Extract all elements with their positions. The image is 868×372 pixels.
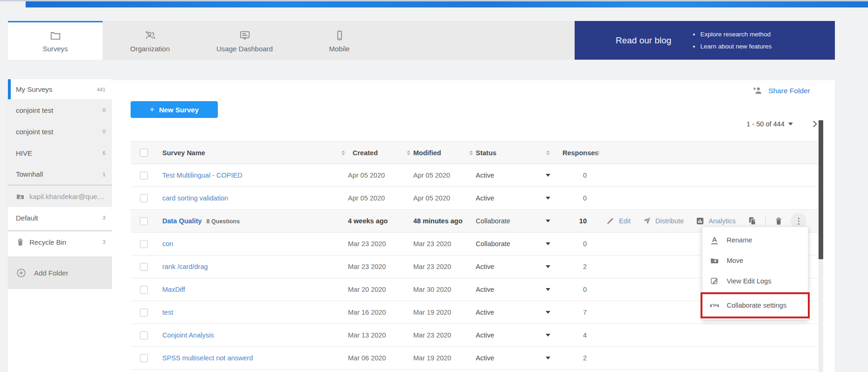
responses-count: 4 — [555, 331, 593, 339]
trash-icon — [774, 217, 783, 226]
sidebar-item-my-surveys[interactable]: My Surveys 441 — [8, 79, 112, 99]
status-label: Collaborate — [476, 217, 541, 225]
modified-date: 48 minutes ago — [413, 217, 466, 225]
select-all-checkbox[interactable] — [140, 149, 148, 157]
status-dropdown-caret[interactable] — [541, 265, 555, 268]
chevron-down-icon — [788, 123, 793, 125]
status-dropdown-caret[interactable] — [541, 220, 555, 222]
table-header-row: Survey Name Created Modified Status Resp… — [131, 141, 819, 164]
folder-label: kapil.khandekar@que… — [29, 193, 104, 200]
survey-name-link[interactable]: con — [162, 240, 173, 248]
copy-button[interactable] — [748, 216, 757, 226]
column-header-survey-name: Survey Name — [157, 149, 339, 157]
tab-label: Usage Dashboard — [216, 45, 273, 53]
row-checkbox[interactable] — [140, 263, 148, 271]
modified-date: Mar 30 2020 — [413, 286, 466, 293]
main-panel: My Surveys 441 conjoint test 0 conjoint … — [8, 80, 835, 372]
modified-date: Mar 19 2020 — [413, 309, 466, 316]
status-dropdown-caret[interactable] — [541, 288, 555, 291]
pagination-range-dropdown[interactable]: 1 - 50 of 444 — [747, 120, 793, 128]
survey-name-link[interactable]: Data Quality — [162, 217, 202, 225]
created-date: Mar 23 2020 — [348, 240, 404, 248]
tab-surveys[interactable]: Surveys — [8, 21, 103, 60]
dashboard-icon — [239, 29, 251, 41]
status-dropdown-caret[interactable] — [541, 174, 555, 177]
share-folder-button[interactable]: Share Folder — [752, 85, 810, 96]
table-scrollbar-track[interactable] — [819, 120, 823, 372]
survey-name-link[interactable]: SPSS multiselect not answerd — [162, 354, 253, 362]
survey-name-link[interactable]: card sorting validation — [162, 194, 228, 202]
menu-item-move[interactable]: Move — [702, 250, 808, 271]
folder-count: 441 — [97, 87, 105, 92]
survey-name-link[interactable]: Conjoint Analysis — [162, 331, 214, 339]
column-header-status: Status — [476, 149, 541, 157]
add-folder-button[interactable]: Add Folder — [8, 256, 112, 289]
menu-item-collaborate-settings[interactable]: Collaborate settings — [702, 294, 808, 317]
sort-icon[interactable] — [541, 151, 555, 155]
created-date: Apr 05 2020 — [348, 172, 404, 179]
folder-label: conjoint test — [16, 106, 53, 114]
new-survey-label: New Survey — [159, 106, 199, 114]
tab-organization[interactable]: Organization — [103, 21, 197, 60]
created-date: Mar 13 2020 — [348, 331, 404, 339]
status-label: Active — [476, 309, 541, 316]
copy-icon — [748, 216, 757, 226]
shared-folder-icon — [16, 192, 25, 201]
row-checkbox[interactable] — [140, 240, 148, 248]
sidebar-item-recycle-bin[interactable]: Recycle Bin 3 — [8, 231, 112, 253]
sidebar-item-townhall[interactable]: Townhall 1 — [8, 164, 112, 185]
folder-move-icon — [710, 256, 719, 265]
survey-name-link[interactable]: Test Multilingual - COPIED — [162, 172, 243, 179]
sort-icon[interactable] — [404, 151, 413, 155]
sort-icon[interactable] — [339, 151, 348, 155]
row-checkbox[interactable] — [140, 194, 148, 202]
menu-item-rename[interactable]: A Rename — [702, 230, 808, 250]
responses-count: 2 — [555, 263, 593, 270]
phone-icon — [333, 29, 346, 41]
distribute-button[interactable]: Distribute — [643, 217, 684, 225]
survey-name-link[interactable]: test — [162, 309, 173, 316]
menu-item-view-edit-logs[interactable]: View Edit Logs — [702, 271, 808, 291]
folders-sidebar: My Surveys 441 conjoint test 0 conjoint … — [8, 79, 112, 372]
table-scrollbar-thumb[interactable] — [819, 120, 823, 259]
folder-count: 1 — [103, 172, 105, 177]
sort-icon[interactable] — [593, 151, 603, 155]
sidebar-item-shared-account[interactable]: kapil.khandekar@que… — [8, 186, 112, 207]
next-page-button[interactable] — [810, 119, 819, 131]
analytics-button[interactable]: Analytics — [696, 217, 736, 225]
status-dropdown-caret[interactable] — [541, 242, 555, 245]
status-dropdown-caret[interactable] — [541, 334, 555, 337]
status-dropdown-caret[interactable] — [541, 311, 555, 314]
actions-divider — [765, 216, 766, 226]
new-survey-button[interactable]: + New Survey — [131, 101, 218, 118]
delete-button[interactable] — [774, 217, 783, 226]
status-dropdown-caret[interactable] — [541, 197, 555, 200]
pencil-icon — [606, 217, 615, 225]
sidebar-item-conjoint-test-1[interactable]: conjoint test 0 — [8, 99, 112, 121]
tab-mobile[interactable]: Mobile — [292, 21, 387, 60]
edit-logs-icon — [710, 276, 719, 286]
share-folder-label: Share Folder — [768, 87, 810, 95]
analytics-label: Analytics — [708, 217, 736, 225]
sidebar-item-conjoint-test-2[interactable]: conjoint test 0 — [8, 121, 112, 142]
survey-name-link[interactable]: MaxDiff — [162, 286, 185, 293]
sidebar-item-default[interactable]: Default 3 — [8, 207, 112, 228]
row-checkbox[interactable] — [140, 309, 148, 317]
tab-usage-dashboard[interactable]: Usage Dashboard — [197, 21, 292, 60]
row-checkbox[interactable] — [140, 354, 148, 362]
blog-banner-link[interactable]: Read our blog — [616, 35, 671, 46]
pagination-range: 1 - 50 of 444 — [747, 120, 785, 128]
row-checkbox[interactable] — [140, 286, 148, 294]
status-dropdown-caret[interactable] — [541, 357, 555, 359]
row-checkbox[interactable] — [140, 172, 148, 179]
folder-count: 3 — [103, 215, 105, 220]
edit-button[interactable]: Edit — [606, 217, 631, 225]
sort-icon[interactable] — [466, 151, 476, 155]
status-label: Collaborate — [476, 240, 541, 248]
row-checkbox[interactable] — [140, 217, 148, 225]
banner-bullet: Learn about new features — [700, 41, 771, 53]
survey-name-link[interactable]: rank /card/drag — [162, 263, 208, 270]
row-checkbox[interactable] — [140, 331, 148, 339]
sidebar-item-hive[interactable]: HIVE 6 — [8, 142, 112, 164]
column-header-created: Created — [348, 149, 404, 157]
